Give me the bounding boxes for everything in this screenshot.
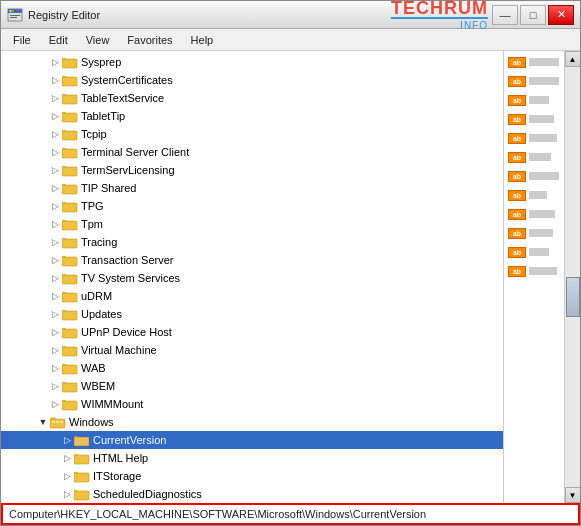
expand-icon: ▷ xyxy=(49,182,61,194)
registry-editor-window: Registry Editor TECHRUM .INFO — □ ✕ File… xyxy=(0,0,581,526)
tree-item-wimmmount[interactable]: ▷ WIMMMount xyxy=(1,395,503,413)
item-label: Transaction Server xyxy=(81,254,174,266)
svg-rect-26 xyxy=(62,401,77,410)
tree-item-tablettip[interactable]: ▷ TabletTip xyxy=(1,107,503,125)
svg-point-3 xyxy=(12,10,14,12)
vertical-scrollbar[interactable]: ▲ ▼ xyxy=(564,51,580,503)
tree-item-upnpdevicehost[interactable]: ▷ UPnP Device Host xyxy=(1,323,503,341)
tree-item-htmlhelp[interactable]: ▷ HTML Help xyxy=(1,449,503,467)
value-type-icon: ab xyxy=(508,57,526,68)
value-item: ab xyxy=(506,167,562,185)
folder-icon xyxy=(62,218,78,230)
tree-item-wbem[interactable]: ▷ WBEM xyxy=(1,377,503,395)
title-bar: Registry Editor TECHRUM .INFO — □ ✕ xyxy=(1,1,580,29)
svg-rect-21 xyxy=(62,311,77,320)
menu-file[interactable]: File xyxy=(5,32,39,48)
menu-favorites[interactable]: Favorites xyxy=(119,32,180,48)
folder-icon xyxy=(74,452,90,464)
expand-icon: ▷ xyxy=(49,92,61,104)
tree-item-tipshared[interactable]: ▷ TIP Shared xyxy=(1,179,503,197)
item-label: TermServLicensing xyxy=(81,164,175,176)
value-item: ab xyxy=(506,186,562,204)
svg-rect-11 xyxy=(62,131,77,140)
expand-icon: ▷ xyxy=(49,128,61,140)
value-item: ab xyxy=(506,262,562,280)
value-type-icon: ab xyxy=(508,247,526,258)
value-item: ab xyxy=(506,129,562,147)
expand-icon: ▷ xyxy=(49,308,61,320)
menu-view[interactable]: View xyxy=(78,32,118,48)
item-label: UPnP Device Host xyxy=(81,326,172,338)
scroll-thumb[interactable] xyxy=(566,277,580,317)
scroll-down-button[interactable]: ▼ xyxy=(565,487,581,503)
value-item: ab xyxy=(506,224,562,242)
main-content: ▷ Sysprep ▷ SystemCertificates ▷ xyxy=(1,51,580,503)
expand-icon: ▷ xyxy=(49,272,61,284)
folder-icon xyxy=(62,254,78,266)
tree-item-tracing[interactable]: ▷ Tracing xyxy=(1,233,503,251)
minimize-button[interactable]: — xyxy=(492,5,518,25)
tree-item-transactionserver[interactable]: ▷ Transaction Server xyxy=(1,251,503,269)
techrum-logo: TECHRUM .INFO xyxy=(391,0,488,31)
registry-tree[interactable]: ▷ Sysprep ▷ SystemCertificates ▷ xyxy=(1,51,504,503)
tree-item-tvsystemservices[interactable]: ▷ TV System Services xyxy=(1,269,503,287)
tree-item-terminalserverclient[interactable]: ▷ Terminal Server Client xyxy=(1,143,503,161)
svg-rect-15 xyxy=(62,203,77,212)
close-button[interactable]: ✕ xyxy=(548,5,574,25)
tree-item-scheduleddiagnostics[interactable]: ▷ ScheduledDiagnostics xyxy=(1,485,503,503)
svg-point-4 xyxy=(15,10,17,12)
expand-icon: ▷ xyxy=(49,380,61,392)
item-label: Sysprep xyxy=(81,56,121,68)
item-label: Updates xyxy=(81,308,122,320)
scroll-up-button[interactable]: ▲ xyxy=(565,51,581,67)
folder-icon xyxy=(62,200,78,212)
expand-icon: ▷ xyxy=(49,56,61,68)
value-type-icon: ab xyxy=(508,114,526,125)
tree-item-itstorage[interactable]: ▷ ITStorage xyxy=(1,467,503,485)
value-item: ab xyxy=(506,110,562,128)
item-label: TIP Shared xyxy=(81,182,136,194)
expand-icon: ▷ xyxy=(49,110,61,122)
item-label: ScheduledDiagnostics xyxy=(93,488,202,500)
tree-item-systemcertificates[interactable]: ▷ SystemCertificates xyxy=(1,71,503,89)
svg-rect-23 xyxy=(62,347,77,356)
value-bar xyxy=(529,115,554,123)
value-item: ab xyxy=(506,205,562,223)
item-label: Tcpip xyxy=(81,128,107,140)
folder-icon xyxy=(62,128,78,140)
svg-rect-5 xyxy=(10,15,20,16)
folder-icon xyxy=(62,92,78,104)
item-label: WBEM xyxy=(81,380,115,392)
value-item: ab xyxy=(506,91,562,109)
menu-help[interactable]: Help xyxy=(183,32,222,48)
menu-edit[interactable]: Edit xyxy=(41,32,76,48)
maximize-button[interactable]: □ xyxy=(520,5,546,25)
tree-item-currentversion[interactable]: ▷ CurrentVersion xyxy=(1,431,503,449)
tree-item-udrm[interactable]: ▷ uDRM xyxy=(1,287,503,305)
tree-item-tpm[interactable]: ▷ Tpm xyxy=(1,215,503,233)
svg-rect-20 xyxy=(62,293,77,302)
tree-item-tcpip[interactable]: ▷ Tcpip xyxy=(1,125,503,143)
tree-item-sysprep[interactable]: ▷ Sysprep xyxy=(1,53,503,71)
tree-item-virtualmachine[interactable]: ▷ Virtual Machine xyxy=(1,341,503,359)
svg-rect-13 xyxy=(62,167,77,176)
tree-item-tpg[interactable]: ▷ TPG xyxy=(1,197,503,215)
value-bar xyxy=(529,210,555,218)
value-item: ab xyxy=(506,148,562,166)
svg-rect-16 xyxy=(62,221,77,230)
scroll-track[interactable] xyxy=(565,67,581,487)
tree-item-termservlicensing[interactable]: ▷ TermServLicensing xyxy=(1,161,503,179)
item-label: WIMMMount xyxy=(81,398,143,410)
tree-item-windows[interactable]: ▼ Windows xyxy=(1,413,503,431)
folder-icon xyxy=(62,398,78,410)
item-label: TV System Services xyxy=(81,272,180,284)
value-bar xyxy=(529,153,551,161)
tree-item-updates[interactable]: ▷ Updates xyxy=(1,305,503,323)
folder-icon xyxy=(62,110,78,122)
tree-item-wab[interactable]: ▷ WAB xyxy=(1,359,503,377)
registry-path: Computer\HKEY_LOCAL_MACHINE\SOFTWARE\Mic… xyxy=(9,508,426,520)
folder-icon xyxy=(62,236,78,248)
tree-item-tabletextservice[interactable]: ▷ TableTextService xyxy=(1,89,503,107)
value-pane: ab ab ab ab ab xyxy=(504,51,564,503)
svg-rect-34 xyxy=(74,491,89,500)
